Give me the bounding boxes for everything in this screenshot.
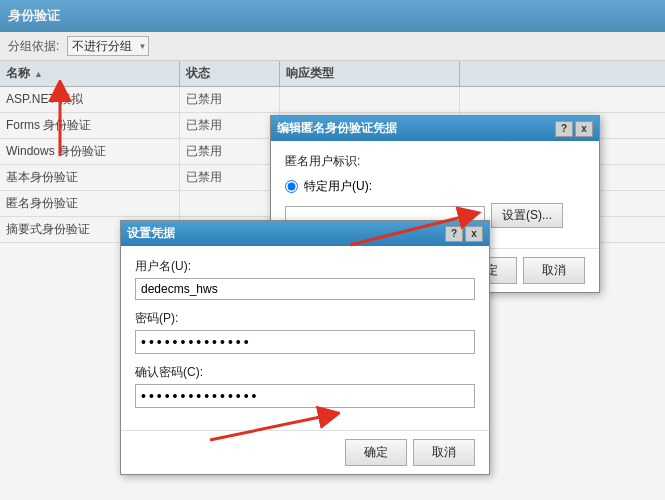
ok-button-cred[interactable]: 确定: [345, 439, 407, 466]
help-button[interactable]: ?: [555, 121, 573, 137]
dialog-edit-anon-titlebar: 编辑匿名身份验证凭据 ? x: [271, 116, 599, 141]
titlebar-buttons-cred: ? x: [445, 226, 483, 242]
password-label: 密码(P):: [135, 310, 475, 327]
close-button-cred[interactable]: x: [465, 226, 483, 242]
dialog-edit-anon-title: 编辑匿名身份验证凭据: [277, 120, 397, 137]
help-button-cred[interactable]: ?: [445, 226, 463, 242]
confirm-password-row: 确认密码(C):: [135, 364, 475, 408]
dialog-set-cred-titlebar: 设置凭据 ? x: [121, 221, 489, 246]
cancel-button-cred[interactable]: 取消: [413, 439, 475, 466]
password-field[interactable]: [135, 330, 475, 354]
close-button[interactable]: x: [575, 121, 593, 137]
username-row: 用户名(U):: [135, 258, 475, 300]
confirm-password-field[interactable]: [135, 384, 475, 408]
specific-user-row: 特定用户(U):: [285, 178, 585, 195]
dialog-set-cred-footer: 确定 取消: [121, 430, 489, 474]
cancel-button[interactable]: 取消: [523, 257, 585, 284]
password-row: 密码(P):: [135, 310, 475, 354]
dialog-set-cred-content: 用户名(U): 密码(P): 确认密码(C):: [121, 246, 489, 430]
dialog-set-cred-title: 设置凭据: [127, 225, 175, 242]
username-label: 用户名(U):: [135, 258, 475, 275]
anon-user-label: 匿名用户标识:: [285, 153, 585, 170]
specific-user-radio[interactable]: [285, 180, 298, 193]
username-field[interactable]: [135, 278, 475, 300]
specific-user-label: 特定用户(U):: [304, 178, 372, 195]
confirm-password-label: 确认密码(C):: [135, 364, 475, 381]
titlebar-buttons: ? x: [555, 121, 593, 137]
dialog-set-credentials: 设置凭据 ? x 用户名(U): 密码(P): 确认密码(C): 确定 取消: [120, 220, 490, 475]
settings-button[interactable]: 设置(S)...: [491, 203, 563, 228]
